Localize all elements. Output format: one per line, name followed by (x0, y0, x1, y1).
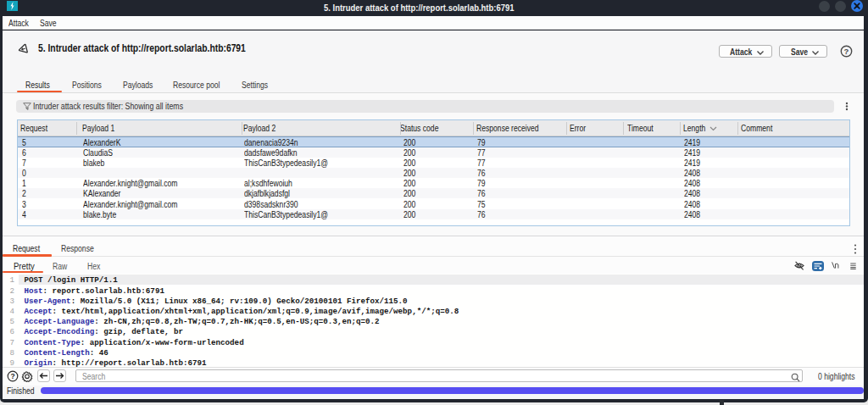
svg-text:?: ? (10, 372, 14, 380)
svg-text:?: ? (844, 46, 849, 55)
